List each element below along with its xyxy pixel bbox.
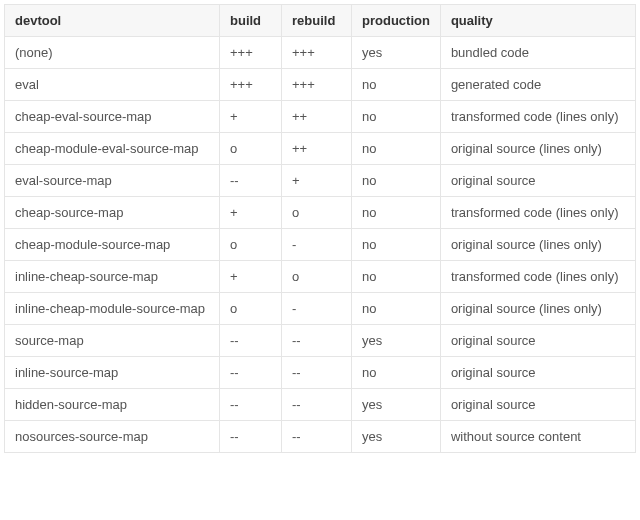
cell-quality: original source (lines only) [440,133,635,165]
devtool-table: devtool build rebuild production quality… [4,4,636,453]
header-quality: quality [440,5,635,37]
cell-quality: without source content [440,421,635,453]
cell-build: + [220,261,282,293]
cell-rebuild: -- [282,421,352,453]
cell-build: -- [220,165,282,197]
cell-rebuild: -- [282,389,352,421]
cell-quality: transformed code (lines only) [440,101,635,133]
cell-build: + [220,101,282,133]
cell-production: no [352,133,441,165]
cell-rebuild: +++ [282,37,352,69]
cell-production: yes [352,325,441,357]
table-row: inline-cheap-source-map+onotransformed c… [5,261,636,293]
table-row: cheap-eval-source-map+++notransformed co… [5,101,636,133]
cell-devtool: (none) [5,37,220,69]
header-devtool: devtool [5,5,220,37]
cell-production: no [352,357,441,389]
table-row: nosources-source-map----yeswithout sourc… [5,421,636,453]
cell-rebuild: - [282,229,352,261]
cell-quality: original source (lines only) [440,229,635,261]
cell-devtool: cheap-module-eval-source-map [5,133,220,165]
header-rebuild: rebuild [282,5,352,37]
cell-devtool: hidden-source-map [5,389,220,421]
cell-quality: original source [440,165,635,197]
cell-devtool: eval-source-map [5,165,220,197]
cell-devtool: cheap-module-source-map [5,229,220,261]
table-row: hidden-source-map----yesoriginal source [5,389,636,421]
table-row: (none)++++++yesbundled code [5,37,636,69]
table-header-row: devtool build rebuild production quality [5,5,636,37]
table-row: source-map----yesoriginal source [5,325,636,357]
cell-build: + [220,197,282,229]
cell-production: no [352,69,441,101]
cell-production: no [352,293,441,325]
cell-production: no [352,101,441,133]
cell-build: +++ [220,69,282,101]
cell-devtool: inline-cheap-source-map [5,261,220,293]
cell-devtool: cheap-source-map [5,197,220,229]
cell-rebuild: o [282,261,352,293]
cell-build: o [220,293,282,325]
cell-build: -- [220,389,282,421]
cell-production: no [352,261,441,293]
cell-production: no [352,165,441,197]
cell-quality: transformed code (lines only) [440,261,635,293]
cell-production: no [352,229,441,261]
table-row: cheap-module-eval-source-mapo++noorigina… [5,133,636,165]
cell-quality: original source [440,389,635,421]
cell-rebuild: o [282,197,352,229]
cell-devtool: inline-cheap-module-source-map [5,293,220,325]
cell-build: -- [220,421,282,453]
cell-build: +++ [220,37,282,69]
cell-rebuild: ++ [282,133,352,165]
cell-rebuild: -- [282,357,352,389]
cell-production: no [352,197,441,229]
header-production: production [352,5,441,37]
cell-quality: generated code [440,69,635,101]
cell-rebuild: +++ [282,69,352,101]
cell-quality: original source (lines only) [440,293,635,325]
cell-devtool: nosources-source-map [5,421,220,453]
cell-production: yes [352,421,441,453]
table-row: cheap-source-map+onotransformed code (li… [5,197,636,229]
table-row: eval++++++nogenerated code [5,69,636,101]
cell-devtool: cheap-eval-source-map [5,101,220,133]
cell-quality: original source [440,325,635,357]
table-row: cheap-module-source-mapo-nooriginal sour… [5,229,636,261]
cell-rebuild: ++ [282,101,352,133]
cell-rebuild: - [282,293,352,325]
cell-quality: bundled code [440,37,635,69]
table-row: inline-source-map----nooriginal source [5,357,636,389]
cell-quality: transformed code (lines only) [440,197,635,229]
cell-devtool: eval [5,69,220,101]
cell-build: -- [220,357,282,389]
cell-build: o [220,133,282,165]
header-build: build [220,5,282,37]
table-row: inline-cheap-module-source-mapo-noorigin… [5,293,636,325]
cell-build: -- [220,325,282,357]
cell-quality: original source [440,357,635,389]
cell-rebuild: -- [282,325,352,357]
cell-production: yes [352,37,441,69]
cell-rebuild: + [282,165,352,197]
table-row: eval-source-map--+nooriginal source [5,165,636,197]
cell-devtool: source-map [5,325,220,357]
cell-build: o [220,229,282,261]
cell-production: yes [352,389,441,421]
cell-devtool: inline-source-map [5,357,220,389]
